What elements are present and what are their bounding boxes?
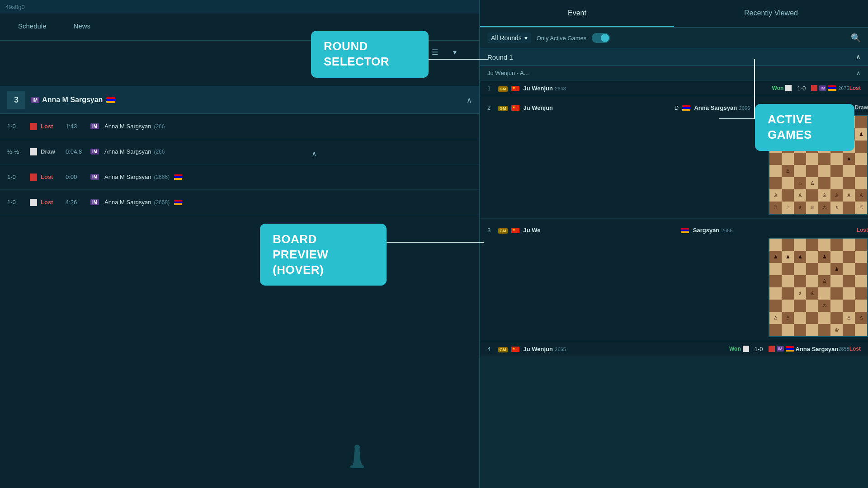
- gm-title: GM: [498, 347, 508, 352]
- white-result: Won: [772, 85, 784, 91]
- result-lost: Lost: [857, 227, 868, 233]
- score: D: [675, 104, 679, 111]
- round1-header[interactable]: Round 1 ∧: [480, 48, 868, 66]
- active-games-label: ACTIVEGAMES: [768, 113, 812, 141]
- board-number: 3: [7, 91, 25, 109]
- color-white-indicator: [30, 148, 37, 155]
- board-preview-label: BOARDPREVIEW (HOVER): [273, 232, 328, 277]
- top-bar: 49s0g0: [0, 0, 479, 14]
- tabs-header: Event Recently Viewed: [480, 0, 868, 28]
- white-player: GM Ju Wenjun 2665: [498, 345, 729, 353]
- collapse-button[interactable]: ∧: [307, 147, 321, 160]
- player-name: Anna M Sargsyan: [42, 96, 103, 104]
- score: 1-0: [7, 199, 30, 206]
- opp-name: Anna M Sargsyan: [104, 123, 151, 130]
- white-player: GM Ju Wenjun 2648: [498, 84, 772, 92]
- player-cell: IM Anna M Sargsyan (2666): [90, 174, 472, 180]
- player-cell: IM Anna M Sargsyan (266: [90, 123, 472, 130]
- rating: 2648: [555, 86, 566, 91]
- game-row[interactable]: 1-0 Lost 4:26 IM Anna M Sargsyan (2658): [0, 190, 479, 215]
- black-result: Lost: [849, 85, 861, 91]
- game-row[interactable]: ½-½ Draw 0:04.8 IM Anna M Sargsyan (266: [0, 139, 479, 164]
- connector-line: [429, 59, 488, 60]
- list-view-button[interactable]: ☰: [429, 46, 441, 58]
- white-player: GM Ju Wenjun: [498, 103, 671, 112]
- match-header: Ju Wenjun - A... ∧: [480, 66, 868, 80]
- only-active-label: Only Active Games: [537, 35, 587, 42]
- player-name: Anna Sargsyan: [796, 346, 839, 352]
- opp-title: IM: [90, 174, 99, 180]
- tab-event[interactable]: Event: [480, 0, 674, 27]
- board3-header: 3 IM Anna M Sargsyan ∧: [0, 86, 479, 114]
- arm-flag: [682, 105, 690, 111]
- rating: 2675: [838, 85, 849, 91]
- score: 1-0: [7, 174, 30, 180]
- board-preview-callout: BOARDPREVIEW (HOVER): [260, 224, 387, 286]
- game-row[interactable]: 1-0 Lost 0:00 IM Anna M Sargsyan (2666): [0, 164, 479, 190]
- im-title: IM: [777, 346, 784, 352]
- rounds-dropdown[interactable]: All Rounds ▾: [487, 33, 531, 43]
- board-num: 1: [487, 85, 498, 92]
- round1-label: Round 1: [487, 53, 513, 61]
- score: 1-0: [7, 123, 30, 130]
- svg-rect-1: [353, 463, 362, 466]
- gm-title: GM: [498, 86, 508, 92]
- black-result: Lost: [849, 346, 861, 352]
- dropdown-button[interactable]: ▾: [448, 46, 461, 58]
- opp-title: IM: [90, 149, 99, 155]
- mini-game-row-4[interactable]: 4 GM Ju Wenjun 2665 Won 1-0 IM Anna Sarg…: [480, 341, 868, 357]
- player-title: IM: [31, 97, 39, 103]
- game-row[interactable]: 1-0 Lost 1:43 IM Anna M Sargsyan (266: [0, 114, 479, 139]
- mini-game-row-1[interactable]: 1 GM Ju Wenjun 2648 Won 1-0 IM 2675 Lost: [480, 80, 868, 96]
- tab-recently-viewed[interactable]: Recently Viewed: [674, 0, 868, 27]
- opp-title: IM: [90, 123, 99, 129]
- board-num: 4: [487, 346, 498, 352]
- mini-game-row-3[interactable]: 3 GM Ju We Sargsyan 2666 Lost ♟♟♟♟♟♙♗♙♔♙…: [480, 219, 868, 341]
- arm-flag: [681, 228, 689, 233]
- cn-flag: [511, 347, 519, 352]
- round-selector-callout: ROUNDSELECTOR: [311, 31, 429, 78]
- arm-flag: [786, 346, 794, 352]
- time: 0:04.8: [66, 148, 90, 155]
- white-result: Won: [729, 346, 741, 352]
- result-draw: Draw: [41, 148, 66, 155]
- round-selector-label: ROUNDSELECTOR: [324, 39, 389, 68]
- nav-news[interactable]: News: [74, 22, 91, 32]
- rounds-label: All Rounds: [491, 34, 522, 42]
- player-cell: IM Anna M Sargsyan (2658): [90, 199, 472, 206]
- time: 0:00: [66, 174, 90, 180]
- right-panel: Event Recently Viewed All Rounds ▾ Only …: [479, 0, 868, 488]
- im-title: IM: [819, 85, 826, 91]
- score: 1-0: [797, 85, 806, 92]
- search-button[interactable]: 🔍: [851, 33, 861, 43]
- opp-rating: (266: [154, 123, 165, 130]
- chess-piece-icon: [344, 443, 371, 470]
- score: 1-0: [755, 346, 763, 352]
- player-name: Anna Sargsyan: [694, 104, 737, 111]
- score: ½-½: [7, 148, 30, 155]
- rating: 2666: [722, 228, 732, 233]
- connector-line4: [387, 242, 484, 243]
- result-lost: Lost: [41, 174, 66, 180]
- player-cell: IM Anna M Sargsyan (266: [90, 148, 472, 155]
- time: 4:26: [66, 199, 90, 206]
- gm-title: GM: [498, 228, 508, 234]
- black-player: Sargsyan 2666: [681, 226, 856, 234]
- rating: 2658: [838, 346, 849, 352]
- only-active-toggle[interactable]: [592, 33, 610, 43]
- connector-line2: [719, 118, 755, 119]
- opp-rating: (2658): [154, 199, 170, 206]
- opp-name: Anna M Sargsyan: [104, 199, 151, 206]
- section-collapse-button[interactable]: ∧: [467, 96, 472, 104]
- svg-point-2: [354, 445, 360, 450]
- result-lost: Lost: [41, 123, 66, 130]
- chess-board-preview-3: ♟♟♟♟♟♙♗♙♔♙♙♙♙♔: [769, 238, 868, 337]
- url-text: 49s0g0: [5, 4, 25, 10]
- player-name: Sargsyan: [693, 227, 720, 234]
- board-num: 2: [487, 104, 498, 111]
- player-name: Ju We: [523, 227, 540, 234]
- color-white-indicator: [30, 199, 37, 206]
- active-games-callout: ACTIVEGAMES: [755, 104, 854, 151]
- nav-schedule[interactable]: Schedule: [18, 22, 47, 32]
- opp-name: Anna M Sargsyan: [104, 174, 151, 180]
